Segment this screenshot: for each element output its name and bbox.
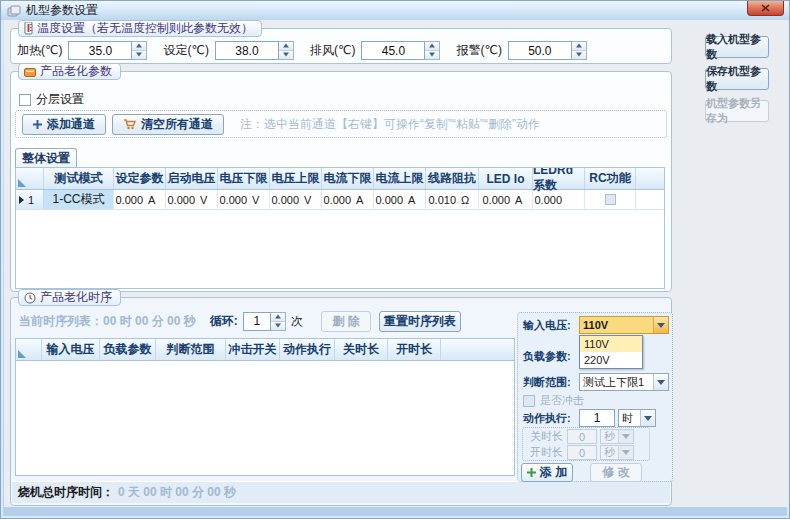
judge-range-label: 判断范围:: [523, 375, 579, 390]
spin-up-icon[interactable]: [132, 42, 146, 51]
spin-down-icon[interactable]: [425, 51, 439, 59]
chevron-down-icon[interactable]: [640, 410, 655, 426]
total-time-bar: 烧机总时序时间： 0 天 00 时 00 分 00 秒: [12, 481, 670, 503]
add-channel-button[interactable]: 添加通道: [22, 114, 106, 135]
close-button[interactable]: [747, 1, 784, 16]
column-header-action-exec[interactable]: 动作执行: [280, 339, 335, 360]
off-duration-unit-combo: 秒: [600, 429, 634, 444]
aging-sequence-groupbox: 产品老化时序 当前时序列表： 00 时 00 分 00 秒 循环: 次 删 除 …: [10, 297, 672, 506]
spin-down-icon[interactable]: [572, 51, 586, 59]
column-header-ledrd[interactable]: LEDRd系数: [533, 168, 585, 189]
total-time-value: 0 天 00 时 00 分 00 秒: [118, 484, 236, 501]
column-header-impact-switch[interactable]: 冲击开关: [226, 339, 280, 360]
column-header-voltage-high[interactable]: 电压上限: [270, 168, 322, 189]
start-voltage-cell[interactable]: 0.000V: [166, 190, 218, 209]
cart-icon: [123, 119, 136, 130]
set-spinner[interactable]: [279, 41, 294, 60]
column-header-current-high[interactable]: 电流上限: [374, 168, 426, 189]
save-model-params-button[interactable]: 保存机型参数: [705, 68, 769, 90]
led-io-cell[interactable]: 0.000A: [479, 190, 533, 209]
voltage-low-cell[interactable]: 0.000V: [218, 190, 270, 209]
off-duration-row: 关时长 秒: [527, 429, 634, 444]
set-input[interactable]: [215, 41, 279, 60]
column-header-test-mode[interactable]: 测试模式: [44, 168, 114, 189]
column-header-judge-range[interactable]: 判断范围: [156, 339, 226, 360]
on-duration-row: 开时长 秒: [527, 445, 634, 460]
spin-up-icon[interactable]: [572, 42, 586, 51]
loop-count-input[interactable]: [243, 312, 271, 331]
column-header-load-params[interactable]: 负载参数: [100, 339, 156, 360]
rc-function-cell[interactable]: [585, 190, 636, 209]
sequence-grid-header: 输入电压 负载参数 判断范围 冲击开关 动作执行 关时长 开时长: [16, 339, 514, 361]
alarm-input[interactable]: [508, 41, 572, 60]
layered-setting-checkbox[interactable]: [19, 94, 31, 106]
sequence-toolbar: 当前时序列表： 00 时 00 分 00 秒 循环: 次 删 除 重置时序列表: [19, 311, 461, 331]
delete-sequence-button: 删 除: [321, 311, 371, 332]
sequence-grid: 输入电压 负载参数 判断范围 冲击开关 动作执行 关时长 开时长: [15, 338, 515, 476]
set-param-cell[interactable]: 0.000A: [114, 190, 166, 209]
chevron-down-icon[interactable]: [653, 317, 668, 333]
spin-up-icon[interactable]: [425, 42, 439, 51]
aging-params-legend: 产品老化参数: [18, 63, 121, 80]
dropdown-option-220v[interactable]: 220V: [580, 352, 642, 368]
spin-up-icon[interactable]: [279, 42, 293, 51]
select-all-cell[interactable]: [16, 168, 44, 189]
select-all-cell[interactable]: [16, 339, 42, 360]
spin-down-icon[interactable]: [279, 51, 293, 59]
current-high-cell[interactable]: 0.000A: [374, 190, 426, 209]
column-header-set-param[interactable]: 设定参数: [114, 168, 166, 189]
exhaust-spinner[interactable]: [425, 41, 440, 60]
load-model-params-button[interactable]: 载入机型参数: [705, 36, 769, 58]
set-label: 设定(℃): [163, 42, 208, 59]
add-sequence-button[interactable]: 添 加: [521, 463, 573, 482]
current-sequence-label: 当前时序列表：: [19, 313, 103, 330]
chevron-down-icon: [618, 446, 633, 459]
judge-range-combo[interactable]: 测试上下限1: [579, 373, 669, 391]
layered-setting-row: 分层设置: [19, 91, 84, 108]
input-voltage-row: 输入电压: 110V: [523, 316, 669, 334]
column-header-start-voltage[interactable]: 启动电压: [166, 168, 218, 189]
aging-sequence-legend-label: 产品老化时序: [40, 289, 112, 306]
exhaust-input[interactable]: [361, 41, 425, 60]
aging-params-groupbox: 产品老化参数 分层设置 添加通道 清空所有通道 注：选中当前通道【右键】可操作“…: [10, 71, 672, 292]
spin-down-icon[interactable]: [271, 322, 285, 330]
input-voltage-label: 输入电压:: [523, 318, 579, 333]
layered-setting-label: 分层设置: [36, 91, 84, 108]
spin-up-icon[interactable]: [271, 313, 285, 322]
input-voltage-combo[interactable]: 110V: [579, 316, 669, 334]
load-params-label: 负载参数:: [523, 349, 579, 364]
column-header-led-io[interactable]: LED Io: [479, 168, 533, 189]
heat-input[interactable]: [68, 41, 132, 60]
action-unit-combo[interactable]: 时: [618, 409, 656, 427]
row-selector-cell[interactable]: 1: [16, 190, 44, 209]
column-header-voltage-low[interactable]: 电压下限: [218, 168, 270, 189]
dropdown-option-110v[interactable]: 110V: [580, 336, 642, 352]
action-value-input[interactable]: [579, 409, 615, 427]
loop-unit-label: 次: [291, 313, 303, 330]
off-duration-label: 关时长: [527, 429, 563, 444]
heat-spinner[interactable]: [132, 41, 147, 60]
input-voltage-dropdown: 110V 220V: [579, 335, 643, 369]
alarm-spinner[interactable]: [572, 41, 587, 60]
alarm-label: 报警(℃): [456, 42, 501, 59]
voltage-high-cell[interactable]: 0.000V: [270, 190, 322, 209]
column-header-off-duration[interactable]: 关时长: [335, 339, 388, 360]
test-mode-cell[interactable]: 1-CC模式: [44, 190, 114, 209]
line-impedance-cell[interactable]: 0.010Ω: [426, 190, 479, 209]
column-header-current-low[interactable]: 电流下限: [322, 168, 374, 189]
temperature-legend-label: 温度设置（若无温度控制则此参数无效）: [37, 20, 253, 37]
duration-panel: 关时长 秒 开时长 秒: [522, 427, 650, 461]
spin-down-icon[interactable]: [132, 51, 146, 59]
column-header-on-duration[interactable]: 开时长: [388, 339, 441, 360]
reset-sequence-button[interactable]: 重置时序列表: [379, 311, 461, 332]
current-low-cell[interactable]: 0.000A: [322, 190, 374, 209]
sequence-editor-panel: 输入电压: 110V 110V 220V 负载参数: 判断范围: 测试上下限1: [517, 312, 673, 482]
column-header-filler: [441, 339, 514, 360]
chevron-down-icon[interactable]: [653, 374, 668, 390]
tab-overall-settings[interactable]: 整体设置: [15, 148, 77, 168]
column-header-input-voltage[interactable]: 输入电压: [42, 339, 100, 360]
loop-spinner[interactable]: [271, 312, 286, 331]
column-header-rc[interactable]: RC功能: [585, 168, 636, 189]
clear-all-channels-button[interactable]: 清空所有通道: [112, 114, 224, 135]
column-header-line-impedance[interactable]: 线路阻抗: [426, 168, 479, 189]
